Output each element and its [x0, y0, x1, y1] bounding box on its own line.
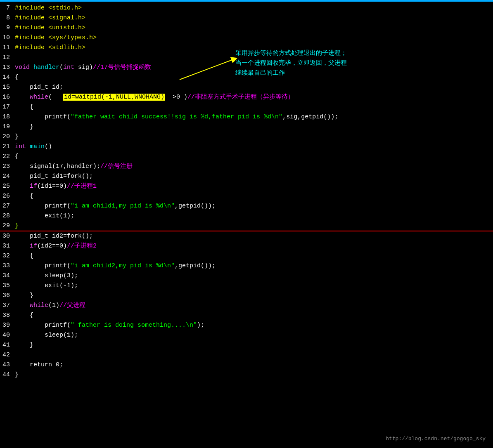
token: main	[30, 143, 45, 150]
code-line-25: 25 if(id1==0)//子进程1	[0, 182, 493, 191]
code-line-8: 8#include <signal.h>	[0, 13, 493, 23]
token: if	[30, 183, 37, 190]
line-number: 25	[0, 182, 15, 191]
code-line-14: 14{	[0, 73, 493, 83]
code-line-43: 43 return 0;	[0, 360, 493, 370]
line-number: 17	[0, 102, 15, 112]
code-line-11: 11#include <stdlib.h>	[0, 43, 493, 53]
code-line-27: 27 printf("i am child1,my pid is %d\n",g…	[0, 201, 493, 211]
token: printf(	[15, 203, 71, 210]
token: #include <stdio.h>	[15, 5, 82, 12]
token: )	[89, 64, 93, 71]
token: #include <signal.h>	[15, 14, 85, 21]
line-code: while( id=waitpid(-1,NULL,WNOHANG) >0 )/…	[15, 92, 493, 102]
code-line-19: 19 }	[0, 122, 493, 132]
line-code: if(id2==0)//子进程2	[15, 241, 493, 251]
line-number: 24	[0, 172, 15, 181]
line-number: 15	[0, 83, 15, 92]
code-line-17: 17 {	[0, 102, 493, 112]
line-code: {	[15, 73, 493, 82]
token: sleep(3);	[15, 272, 78, 279]
token: //子进程2	[67, 243, 97, 250]
code-line-40: 40 sleep(1);	[0, 330, 493, 340]
token: {	[15, 312, 33, 319]
token: {	[15, 74, 19, 81]
line-number: 8	[0, 13, 15, 23]
line-code: }	[15, 340, 493, 350]
line-number: 31	[0, 241, 15, 251]
token: }	[15, 371, 19, 378]
token: printf(	[15, 262, 71, 269]
token: pid_t id1=fork();	[15, 173, 93, 180]
line-number: 16	[0, 92, 15, 102]
code-line-44: 44}	[0, 370, 493, 380]
code-line-36: 36 }	[0, 291, 493, 301]
line-code: #include <unistd.h>	[15, 23, 493, 33]
token: ,getpid());	[175, 262, 216, 269]
token: return 0;	[15, 361, 63, 368]
token	[15, 243, 30, 250]
token: ,getpid());	[175, 203, 216, 210]
code-line-22: 22{	[0, 152, 493, 162]
code-line-30: 30 pid_t id2=fork();	[0, 231, 493, 241]
line-number: 36	[0, 291, 15, 300]
token: (id2==0)	[37, 243, 67, 250]
code-line-33: 33 printf("i am child2,my pid is %d\n",g…	[0, 261, 493, 271]
line-number: 37	[0, 301, 15, 310]
code-line-39: 39 printf(" father is doing something...…	[0, 321, 493, 330]
line-code: {	[15, 191, 493, 201]
line-number: 32	[0, 251, 15, 261]
line-code: pid_t id2=fork();	[15, 231, 493, 241]
token: printf(	[15, 113, 71, 120]
line-number: 19	[0, 122, 15, 132]
token: (	[59, 64, 63, 71]
line-code: #include <sys/types.h>	[15, 33, 493, 42]
code-line-13: 13void handler(int sig)//17号信号捕捉函数	[0, 63, 493, 73]
token: (1)	[48, 302, 59, 309]
token: {	[15, 193, 33, 200]
token: "i am child2,my pid is %d\n"	[71, 262, 175, 269]
code-line-34: 34 sleep(3);	[0, 271, 493, 281]
line-code: #include <signal.h>	[15, 13, 493, 23]
token: }	[15, 123, 33, 130]
line-number: 22	[0, 152, 15, 161]
line-code: exit(-1);	[15, 281, 493, 290]
code-line-37: 37 while(1)//父进程	[0, 301, 493, 311]
line-number: 12	[0, 53, 15, 62]
token: pid_t id;	[15, 84, 63, 91]
line-code: {	[15, 102, 493, 112]
token: sleep(1);	[15, 332, 78, 339]
token: ,sig,getpid());	[282, 113, 338, 120]
token: //17号信号捕捉函数	[93, 64, 151, 71]
token: signal(17,handler);	[15, 163, 100, 170]
code-line-32: 32 {	[0, 251, 493, 261]
code-line-31: 31 if(id2==0)//子进程2	[0, 241, 493, 251]
token: }	[15, 133, 19, 140]
line-number: 18	[0, 112, 15, 122]
token: {	[15, 153, 19, 160]
code-container: 7#include <stdio.h>8#include <signal.h>9…	[0, 2, 493, 382]
line-code: pid_t id1=fork();	[15, 172, 493, 181]
line-number: 26	[0, 191, 15, 201]
line-number: 33	[0, 261, 15, 271]
line-number: 13	[0, 63, 15, 72]
code-line-12: 12	[0, 53, 493, 63]
line-number: 41	[0, 340, 15, 350]
line-code: return 0;	[15, 360, 493, 370]
code-line-29: 29}	[0, 221, 493, 231]
line-code: sleep(1);	[15, 330, 493, 340]
line-code: if(id1==0)//子进程1	[15, 182, 493, 191]
token: handler	[33, 64, 59, 71]
line-number: 30	[0, 231, 15, 241]
code-line-21: 21int main()	[0, 142, 493, 152]
code-line-42: 42	[0, 350, 493, 360]
line-code: printf(" father is doing something....\n…	[15, 321, 493, 330]
token: }	[15, 292, 33, 299]
token: }	[15, 342, 33, 349]
line-code: exit(1);	[15, 211, 493, 221]
line-code: {	[15, 251, 493, 261]
line-code: printf("father wait child success!!sig i…	[15, 112, 493, 122]
line-number: 20	[0, 132, 15, 141]
code-line-35: 35 exit(-1);	[0, 281, 493, 291]
token: #include <unistd.h>	[15, 24, 85, 31]
